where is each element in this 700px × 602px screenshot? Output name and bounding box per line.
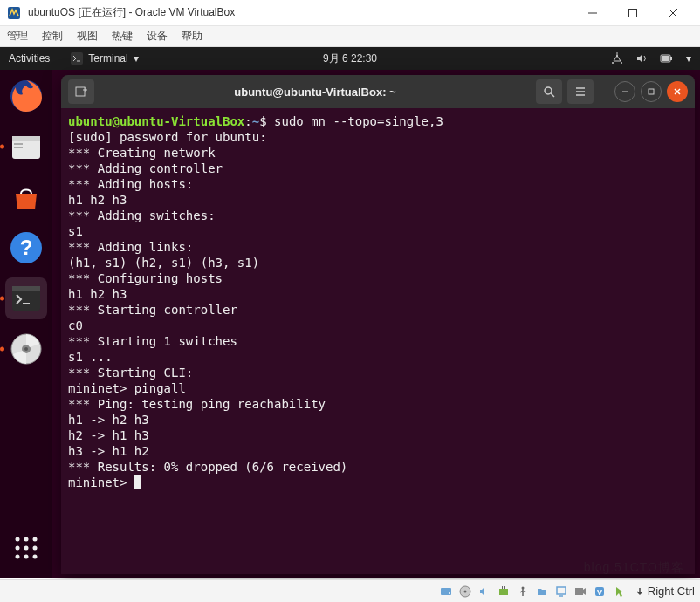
svg-point-31: [24, 546, 29, 551]
window-close-button[interactable]: [653, 0, 693, 26]
svg-rect-52: [499, 589, 508, 595]
dock-item-help[interactable]: ?: [5, 227, 47, 269]
activities-button[interactable]: Activities: [9, 52, 50, 65]
terminal-body[interactable]: ubuntu@ubuntu-VirtualBox:~$ sudo mn --to…: [61, 108, 695, 574]
guest-display: Activities Terminal ▾ 9月 6 22:30 ▾: [0, 47, 700, 578]
svg-rect-45: [649, 89, 654, 94]
dock-item-software[interactable]: [5, 176, 47, 218]
window-maximize-button[interactable]: [613, 0, 653, 26]
svg-rect-12: [662, 56, 669, 61]
svg-rect-15: [12, 136, 40, 141]
terminal-output: [sudo] password for ubuntu: *** Creating…: [68, 130, 347, 489]
svg-point-27: [16, 537, 20, 542]
network-adapter-icon[interactable]: [497, 585, 511, 599]
new-tab-button[interactable]: [68, 79, 94, 104]
menu-control[interactable]: 控制: [42, 29, 63, 44]
host-key-indicator[interactable]: Right Ctrl: [635, 585, 695, 598]
svg-point-34: [24, 555, 29, 559]
window-minimize-button[interactable]: [573, 0, 613, 26]
battery-icon: [660, 52, 674, 65]
svg-rect-36: [76, 87, 85, 96]
network-icon: [611, 52, 623, 65]
menu-hotkey[interactable]: 热键: [112, 29, 133, 44]
system-tray[interactable]: ▾: [611, 52, 691, 65]
app-menu[interactable]: Terminal ▾: [71, 52, 138, 65]
menu-view[interactable]: 视图: [77, 29, 98, 44]
terminal-title: ubuntu@ubuntu-VirtualBox: ~: [100, 86, 531, 99]
usb-icon[interactable]: [516, 585, 530, 599]
app-menu-label: Terminal: [88, 52, 127, 65]
virtualbox-icon: [7, 6, 21, 20]
svg-point-33: [16, 555, 20, 559]
svg-rect-5: [71, 52, 83, 65]
svg-point-29: [33, 537, 38, 542]
svg-rect-2: [629, 9, 637, 17]
terminal-minimize-button[interactable]: [614, 81, 635, 102]
prompt-path: ~: [252, 114, 259, 128]
svg-point-30: [16, 546, 20, 551]
svg-point-32: [33, 546, 38, 551]
search-button[interactable]: [536, 79, 562, 104]
terminal-titlebar[interactable]: ubuntu@ubuntu-VirtualBox: ~: [61, 75, 695, 108]
running-indicator-dot: [0, 297, 4, 301]
svg-point-26: [24, 347, 28, 351]
svg-rect-57: [557, 587, 566, 594]
menu-devices[interactable]: 设备: [147, 29, 168, 44]
chevron-down-icon: ▾: [686, 52, 691, 65]
mouse-integration-icon[interactable]: [612, 585, 626, 599]
dock-item-terminal[interactable]: [5, 277, 47, 319]
gnome-topbar: Activities Terminal ▾ 9月 6 22:30 ▾: [0, 47, 700, 70]
host-key-label: Right Ctrl: [648, 585, 695, 598]
optical-disk-icon[interactable]: [458, 585, 472, 599]
menu-help[interactable]: 帮助: [182, 29, 202, 44]
terminal-close-button[interactable]: [667, 81, 688, 102]
svg-rect-53: [502, 586, 503, 589]
svg-point-49: [449, 592, 450, 594]
ubuntu-dock: ?: [0, 70, 52, 578]
volume-icon: [635, 52, 648, 65]
hamburger-menu-button[interactable]: [567, 79, 594, 104]
running-indicator-dot: [0, 145, 4, 149]
command-text: sudo mn --topo=single,3: [274, 114, 443, 128]
svg-text:V: V: [597, 588, 602, 597]
virtualbox-title: ubuntuOS [正在运行] - Oracle VM VirtualBox: [28, 5, 573, 20]
svg-rect-11: [670, 57, 672, 60]
arrow-down-icon: [635, 586, 645, 597]
hard-disk-icon[interactable]: [439, 585, 453, 599]
shared-folders-icon[interactable]: [535, 585, 549, 599]
svg-rect-59: [575, 588, 583, 595]
svg-point-8: [621, 62, 622, 64]
terminal-cursor: [134, 475, 141, 489]
virtualbox-titlebar: ubuntuOS [正在运行] - Oracle VM VirtualBox: [0, 0, 700, 26]
audio-icon[interactable]: [477, 585, 491, 599]
dock-item-disc[interactable]: [5, 328, 47, 370]
svg-rect-17: [14, 147, 23, 148]
dock-item-files[interactable]: [5, 126, 47, 168]
topbar-clock[interactable]: 9月 6 22:30: [323, 51, 377, 66]
menu-manage[interactable]: 管理: [7, 29, 28, 44]
chevron-down-icon: ▾: [134, 52, 139, 65]
svg-rect-21: [12, 286, 40, 291]
svg-point-35: [33, 555, 38, 559]
recording-icon[interactable]: [573, 585, 587, 599]
virtualbox-menubar: 管理 控制 视图 热键 设备 帮助: [0, 26, 700, 47]
svg-text:?: ?: [20, 236, 33, 259]
dock-show-applications[interactable]: [5, 527, 47, 569]
terminal-maximize-button[interactable]: [641, 81, 662, 102]
watermark: blog.51CTO博客: [584, 560, 684, 576]
guest-additions-icon[interactable]: V: [593, 585, 607, 599]
display-icon[interactable]: [554, 585, 568, 599]
svg-point-51: [463, 590, 466, 592]
svg-point-9: [616, 55, 618, 57]
dock-item-firefox[interactable]: [5, 75, 47, 117]
svg-point-7: [612, 62, 614, 64]
svg-rect-16: [14, 143, 23, 145]
svg-rect-54: [504, 586, 505, 589]
virtualbox-statusbar: V Right Ctrl: [0, 579, 700, 602]
svg-line-40: [551, 93, 554, 97]
terminal-window: ubuntu@ubuntu-VirtualBox: ~ ubuntu@ubunt…: [61, 75, 695, 574]
terminal-icon: [71, 52, 83, 65]
prompt-user: ubuntu@ubuntu-VirtualBox: [68, 114, 244, 128]
running-indicator-dot: [0, 347, 4, 352]
svg-point-28: [24, 537, 29, 542]
